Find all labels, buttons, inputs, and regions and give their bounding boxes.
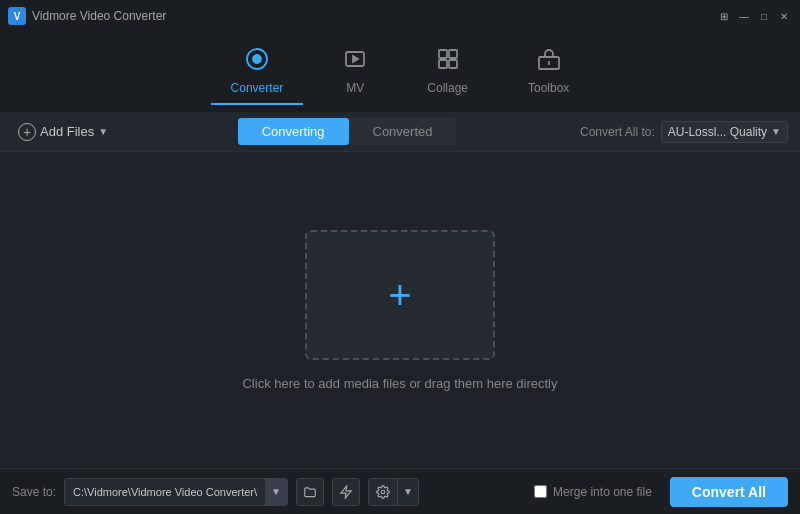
nav-collage[interactable]: Collage [407, 39, 488, 105]
flash-btn[interactable] [332, 478, 360, 506]
app-title: Vidmore Video Converter [32, 9, 166, 23]
title-bar: V Vidmore Video Converter ⊞ — □ ✕ [0, 0, 800, 32]
merge-checkbox[interactable] [534, 485, 547, 498]
tab-converted[interactable]: Converted [349, 118, 457, 145]
settings-win-btn[interactable]: ⊞ [716, 8, 732, 24]
main-content: + Click here to add media files or drag … [0, 152, 800, 468]
drop-hint-text: Click here to add media files or drag th… [242, 376, 557, 391]
converter-label: Converter [231, 81, 284, 95]
collage-label: Collage [427, 81, 468, 95]
tab-container: Converting Converted [114, 118, 580, 145]
footer: Save to: ▼ ▼ Merge into one file Convert… [0, 468, 800, 514]
settings-chevron-icon[interactable]: ▼ [398, 479, 418, 505]
minimize-btn[interactable]: — [736, 8, 752, 24]
add-files-label: Add Files [40, 124, 94, 139]
nav-converter[interactable]: Converter [211, 39, 304, 105]
nav-toolbox[interactable]: Toolbox [508, 39, 589, 105]
mv-label: MV [346, 81, 364, 95]
toolbar: + Add Files ▼ Converting Converted Conve… [0, 112, 800, 152]
format-chevron-icon: ▼ [771, 126, 781, 137]
drop-zone-plus-icon: + [388, 275, 411, 315]
svg-marker-9 [341, 486, 352, 498]
svg-rect-6 [449, 60, 457, 68]
title-bar-left: V Vidmore Video Converter [8, 7, 166, 25]
convert-all-to-label: Convert All to: [580, 125, 655, 139]
toolbox-icon [537, 47, 561, 77]
collage-icon [436, 47, 460, 77]
tab-converting[interactable]: Converting [238, 118, 349, 145]
add-files-button[interactable]: + Add Files ▼ [12, 119, 114, 145]
window-controls: ⊞ — □ ✕ [716, 8, 792, 24]
settings-icon-btn[interactable] [369, 479, 398, 505]
maximize-btn[interactable]: □ [756, 8, 772, 24]
merge-label: Merge into one file [553, 485, 652, 499]
convert-all-button[interactable]: Convert All [670, 477, 788, 507]
save-to-label: Save to: [12, 485, 56, 499]
svg-rect-4 [449, 50, 457, 58]
app-icon: V [8, 7, 26, 25]
save-path-input[interactable] [65, 486, 265, 498]
save-path-container: ▼ [64, 478, 288, 506]
svg-rect-3 [439, 50, 447, 58]
close-btn[interactable]: ✕ [776, 8, 792, 24]
nav-mv[interactable]: MV [323, 39, 387, 105]
merge-container: Merge into one file [534, 485, 652, 499]
svg-point-10 [381, 490, 385, 494]
converter-icon [245, 47, 269, 77]
toolbox-label: Toolbox [528, 81, 569, 95]
svg-rect-5 [439, 60, 447, 68]
add-files-plus-icon: + [18, 123, 36, 141]
format-selector[interactable]: AU-Lossl... Quality ▼ [661, 121, 788, 143]
format-label: AU-Lossl... Quality [668, 125, 767, 139]
nav-bar: Converter MV Collage [0, 32, 800, 112]
drop-zone[interactable]: + [305, 230, 495, 360]
settings-split-btn: ▼ [368, 478, 419, 506]
mv-icon [343, 47, 367, 77]
add-files-chevron-icon: ▼ [98, 126, 108, 137]
save-path-chevron-icon[interactable]: ▼ [265, 479, 287, 505]
svg-point-1 [253, 55, 261, 63]
folder-browse-btn[interactable] [296, 478, 324, 506]
